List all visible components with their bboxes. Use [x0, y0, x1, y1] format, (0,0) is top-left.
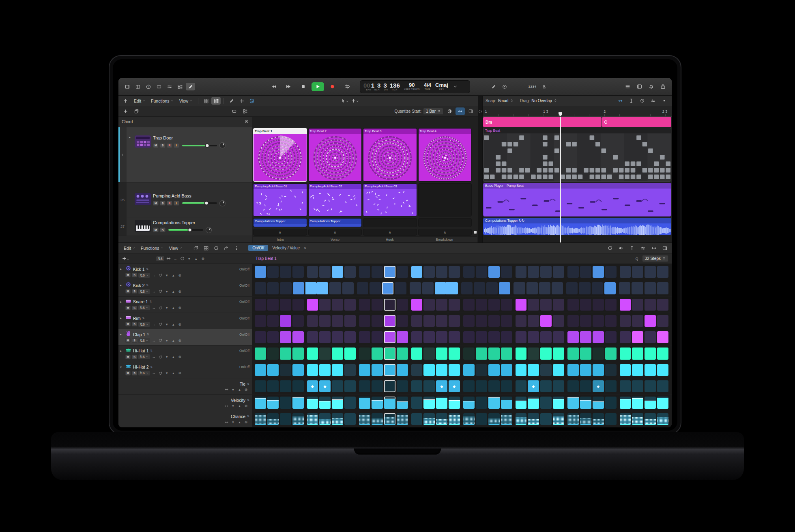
step-cell[interactable] — [580, 397, 591, 408]
seq-row-header[interactable]: ▸Hi-Hat 1⇅On/OffMS/16 →▾▴⊗ — [118, 345, 252, 361]
step-cell[interactable] — [436, 348, 447, 359]
step-cell[interactable] — [528, 397, 539, 408]
step-cell[interactable] — [332, 364, 343, 376]
link-icon[interactable] — [649, 244, 658, 252]
row-division-dropdown[interactable]: /16 — [138, 305, 150, 310]
scene-trigger[interactable]: ∧ — [253, 229, 307, 236]
forward-button[interactable] — [282, 82, 295, 91]
step-cell[interactable] — [528, 331, 539, 343]
step-cell[interactable]: ◆ — [593, 380, 604, 392]
scene-label-intro[interactable]: Intro — [253, 237, 308, 242]
step-cell[interactable] — [319, 364, 331, 376]
step-cell[interactable] — [319, 266, 331, 278]
step-cell[interactable] — [384, 413, 395, 425]
step-cell[interactable] — [449, 266, 460, 278]
step-cell[interactable] — [436, 413, 447, 425]
step-cell[interactable] — [657, 380, 668, 392]
seq-subrow-header[interactable]: Tie⇅▾▴⊗ — [118, 378, 252, 394]
step-cell[interactable] — [384, 299, 395, 311]
subrow-random-icon[interactable]: ⊗ — [243, 404, 249, 408]
step-cell[interactable] — [632, 364, 643, 376]
step-cell[interactable] — [267, 380, 279, 392]
decrement-icon[interactable]: ▾ — [187, 257, 192, 261]
step-cell[interactable] — [267, 315, 279, 327]
subrow-random-icon[interactable]: ⊗ — [243, 420, 249, 424]
row-random-icon[interactable]: ⊗ — [177, 355, 183, 359]
step-cell[interactable] — [372, 315, 383, 327]
step-cell[interactable] — [605, 364, 617, 376]
step-cell[interactable] — [553, 266, 564, 278]
row-solo-button[interactable]: S — [132, 289, 137, 294]
step-cell[interactable] — [280, 364, 291, 376]
solo-button[interactable]: S — [160, 143, 165, 148]
step-cell[interactable] — [540, 331, 552, 343]
step-cell[interactable] — [592, 282, 603, 294]
step-cell[interactable] — [645, 380, 656, 392]
step-cell[interactable] — [488, 331, 500, 343]
step-cell[interactable] — [359, 380, 370, 392]
row-increment-icon[interactable]: ▴ — [171, 339, 176, 343]
row-rotate-icon[interactable] — [158, 306, 163, 310]
step-cell[interactable] — [593, 364, 604, 376]
seq-row-header[interactable]: ▸Rim⇅On/OffMS/16 →▾▴⊗ — [118, 313, 252, 329]
step-cell[interactable] — [332, 380, 343, 392]
step-cell[interactable] — [292, 331, 304, 343]
step-cell[interactable] — [501, 266, 512, 278]
marquee-icon[interactable] — [627, 97, 636, 105]
mixer-icon[interactable] — [175, 83, 185, 90]
step-cell[interactable] — [382, 282, 393, 294]
row-direction-icon[interactable]: → — [151, 339, 157, 343]
step-cell[interactable] — [476, 364, 487, 376]
step-cell[interactable] — [528, 299, 539, 311]
record-button[interactable] — [326, 82, 339, 91]
step-cell[interactable] — [488, 348, 500, 359]
step-cell[interactable] — [632, 331, 643, 343]
step-cell[interactable] — [344, 413, 356, 425]
step-cell[interactable] — [567, 266, 579, 278]
step-cell[interactable] — [605, 380, 617, 392]
row-stepper-icon[interactable]: ⇅ — [147, 333, 149, 336]
step-cell[interactable] — [567, 397, 579, 408]
step-cell[interactable] — [580, 364, 591, 376]
step-cell[interactable] — [567, 364, 579, 376]
step-cell[interactable] — [645, 315, 656, 327]
step-cell[interactable] — [423, 380, 435, 392]
track-header-pumping-acid-bass[interactable]: 26Pumping Acid BassMSRI — [118, 182, 252, 217]
step-cell[interactable] — [397, 348, 408, 359]
seq-row-header[interactable]: ▸Kick 2⇅On/OffMS/16 →▾▴⊗ — [118, 280, 252, 296]
step-cell[interactable] — [344, 266, 356, 278]
row-rotate-icon[interactable] — [158, 273, 163, 277]
step-cell[interactable] — [411, 397, 423, 408]
step-cell[interactable] — [567, 315, 579, 327]
row-decrement-icon[interactable]: ▾ — [164, 355, 170, 359]
row-rotate-icon[interactable] — [158, 371, 163, 375]
rewind-button[interactable] — [268, 82, 280, 91]
step-cell[interactable] — [255, 282, 266, 294]
step-cell[interactable] — [632, 413, 643, 425]
step-cell[interactable] — [620, 315, 631, 327]
step-cell[interactable] — [372, 364, 383, 376]
row-mute-button[interactable]: M — [125, 338, 131, 343]
pan-knob[interactable] — [219, 142, 226, 148]
step-cell[interactable] — [329, 282, 341, 294]
step-cell[interactable] — [280, 331, 291, 343]
low-latency-icon[interactable] — [489, 83, 498, 90]
step-cell[interactable] — [280, 266, 291, 278]
input-monitor-button[interactable]: I — [174, 201, 179, 206]
step-cell[interactable] — [632, 397, 643, 408]
row-direction-icon[interactable]: → — [151, 371, 157, 375]
step-cell[interactable] — [488, 266, 500, 278]
step-cell[interactable] — [280, 282, 291, 294]
step-cell[interactable] — [501, 397, 512, 408]
step-cell[interactable] — [593, 299, 604, 311]
scene-trigger[interactable]: ∧ — [418, 229, 472, 236]
playhead-line[interactable] — [560, 117, 561, 242]
row-rotate-icon[interactable] — [158, 355, 163, 359]
step-cell[interactable] — [463, 299, 475, 311]
playhead-marker[interactable] — [559, 112, 562, 116]
pan-knob[interactable] — [219, 200, 226, 206]
step-cell[interactable] — [567, 413, 579, 425]
step-cell[interactable] — [657, 348, 668, 359]
subrow-stepper-icon[interactable]: ⇅ — [247, 399, 249, 402]
step-cell[interactable] — [604, 282, 616, 294]
